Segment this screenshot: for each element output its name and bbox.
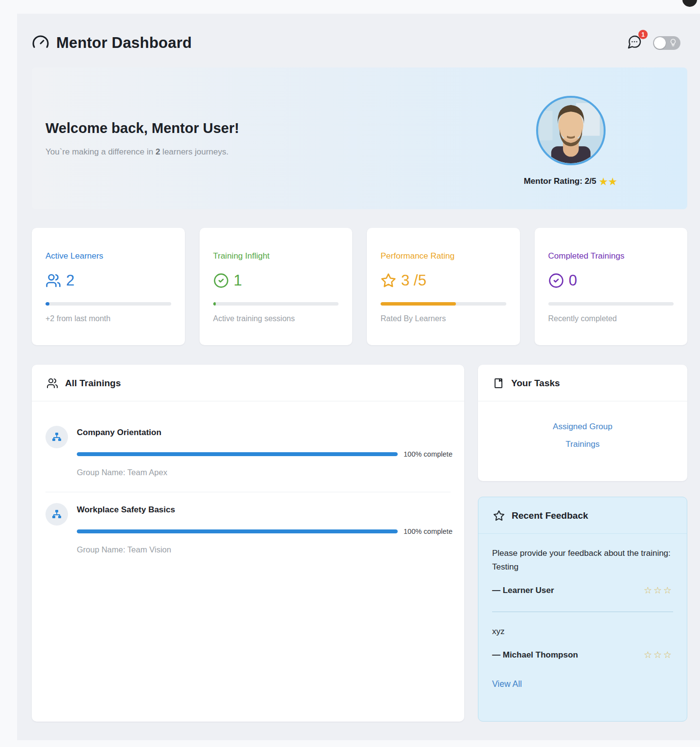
task-link-line1: Assigned Group (553, 422, 612, 431)
your-tasks-card: Your Tasks Assigned Group Trainings (478, 365, 687, 481)
feedback-text: xyz (492, 625, 673, 638)
assigned-group-trainings-link[interactable]: Assigned Group Trainings (488, 418, 677, 453)
mentor-rating-label: Mentor Rating: 2/5 (524, 176, 596, 186)
notification-badge: 1 (638, 30, 648, 39)
users-icon (45, 273, 61, 288)
theme-toggle[interactable] (653, 36, 680, 50)
stat-progress-track (381, 302, 506, 306)
right-column: Your Tasks Assigned Group Trainings Rece… (478, 365, 687, 722)
training-row[interactable]: Workplace Safety Basics 100% complete Gr… (45, 492, 451, 569)
mentor-rating-stars: ★★ (599, 176, 618, 187)
stat-label: Performance Rating (381, 251, 506, 261)
training-progress-track (77, 529, 398, 533)
stat-progress-fill (45, 302, 49, 306)
training-badge (45, 503, 68, 526)
your-tasks-title: Your Tasks (511, 378, 560, 389)
welcome-subtitle-count: 2 (156, 147, 160, 156)
users-icon (46, 377, 58, 389)
all-trainings-title: All Trainings (65, 378, 121, 389)
training-row[interactable]: Company Orientation 100% complete Group … (45, 415, 451, 492)
divider (492, 612, 673, 612)
welcome-subtitle-prefix: You`re making a difference in (45, 147, 156, 156)
training-progress-fill (77, 529, 398, 533)
check-circle-icon (548, 273, 564, 288)
stat-caption: Recently completed (548, 314, 674, 323)
stat-progress-track (45, 302, 171, 306)
feedback-stars: ☆☆☆ (644, 649, 673, 660)
stat-card-active-learners: Active Learners 2 +2 from last month (32, 228, 185, 345)
stat-progress-fill (381, 302, 456, 306)
star-icon (381, 273, 396, 288)
window-avatar-partial[interactable] (682, 0, 697, 7)
stat-card-training-inflight: Training Inflight 1 Active training sess… (200, 228, 353, 345)
task-link-line2: Trainings (565, 439, 599, 449)
stat-progress-fill (213, 302, 216, 306)
check-circle-icon (213, 273, 229, 288)
welcome-subtitle-suffix: learners journeys. (160, 147, 228, 156)
training-progress-label: 100% complete (404, 527, 451, 535)
recent-feedback-title: Recent Feedback (512, 510, 588, 521)
training-badge (45, 426, 68, 448)
feedback-item: xyz — Michael Thompson ☆☆☆ (492, 625, 673, 664)
welcome-banner: Welcome back, Mentor User! You`re making… (32, 67, 687, 209)
page-title: Mentor Dashboard (56, 34, 192, 52)
stat-card-performance-rating: Performance Rating 3 /5 Rated By Learner… (367, 228, 520, 345)
training-group-name: Group Name: Team Vision (77, 545, 451, 554)
dashboard-panel: Mentor Dashboard 1 (17, 14, 700, 740)
stat-label: Completed Trainings (548, 251, 674, 261)
training-progress-fill (77, 452, 398, 456)
sitemap-icon (51, 431, 63, 443)
feedback-text: Please provide your feedback about the t… (492, 547, 673, 574)
stat-progress-track (548, 302, 674, 306)
training-name: Workplace Safety Basics (77, 505, 451, 515)
view-all-link[interactable]: View All (492, 679, 522, 689)
training-progress-track (77, 452, 398, 456)
stat-progress-track (213, 302, 339, 306)
stat-caption: +2 from last month (45, 314, 171, 323)
training-progress-label: 100% complete (404, 450, 451, 458)
mentor-rating: Mentor Rating: 2/5 ★★ (524, 176, 618, 187)
stat-caption: Rated By Learners (381, 314, 506, 323)
recent-feedback-card: Recent Feedback Please provide your feed… (478, 497, 687, 722)
toggle-thumb (654, 37, 666, 49)
star-icon (493, 510, 505, 522)
stat-label: Training Inflight (213, 251, 339, 261)
chat-button[interactable]: 1 (627, 34, 642, 52)
feedback-author: — Michael Thompson (492, 650, 578, 660)
feedback-stars: ☆☆☆ (644, 585, 673, 596)
all-trainings-card: All Trainings (32, 365, 464, 722)
stat-label: Active Learners (45, 251, 171, 261)
feedback-author: — Learner User (492, 586, 554, 595)
stat-card-completed-trainings: Completed Trainings 0 Recently completed (535, 228, 688, 345)
lightbulb-icon (669, 38, 677, 49)
mentor-avatar (536, 96, 606, 165)
welcome-title: Welcome back, Mentor User! (45, 120, 239, 136)
welcome-subtitle: You`re making a difference in 2 learners… (45, 147, 239, 157)
note-icon (493, 377, 504, 389)
page-header: Mentor Dashboard 1 (32, 33, 687, 53)
stat-caption: Active training sessions (213, 314, 339, 323)
stats-grid: Active Learners 2 +2 from last month Tra… (32, 228, 687, 345)
sitemap-icon (51, 508, 63, 520)
stat-value: 0 (569, 272, 577, 289)
training-name: Company Orientation (77, 428, 451, 438)
stat-value: 3 /5 (401, 272, 427, 289)
training-group-name: Group Name: Team Apex (77, 468, 451, 477)
stat-value: 2 (66, 272, 74, 289)
gauge-icon (32, 33, 49, 53)
feedback-item: Please provide your feedback about the t… (492, 547, 673, 600)
stat-value: 1 (234, 272, 242, 289)
